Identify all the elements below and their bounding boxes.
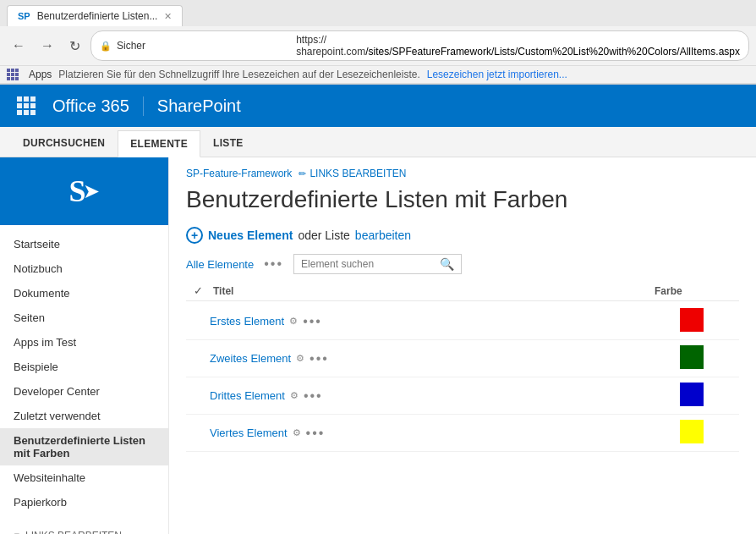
back-button[interactable]: ←: [7, 36, 30, 55]
sidebar-item-seiten[interactable]: Seiten: [0, 306, 168, 330]
import-bookmarks-link[interactable]: Lesezeichen jetzt importieren...: [427, 69, 567, 80]
sidebar-item-developer-center[interactable]: Developer Center: [0, 379, 168, 404]
sidebar-item-papierkorb[interactable]: Papierkorb: [0, 490, 168, 515]
tab-favicon: SP: [18, 11, 30, 21]
sidebar-item-beispiele[interactable]: Beispiele: [0, 355, 168, 379]
row-farbe-cell: [680, 345, 739, 372]
tab-title: Benutzerdefinierte Listen...: [37, 10, 158, 22]
bookmarks-hint-text: Platzieren Sie für den Schnellzugriff Ih…: [58, 69, 419, 80]
row-farbe-cell: [680, 420, 739, 446]
sidebar-item-apps-im-test[interactable]: Apps im Test: [0, 330, 168, 355]
row-title-link[interactable]: Erstes Element: [210, 315, 284, 328]
color-swatch-red: [680, 308, 704, 332]
browser-chrome: SP Benutzerdefinierte Listen... ✕ ← → ↻ …: [0, 0, 756, 85]
row-title-cell: Viertes Element ⚙ •••: [210, 426, 680, 441]
row-title-cell: Drittes Element ⚙ •••: [210, 388, 680, 404]
forward-button[interactable]: →: [36, 36, 59, 55]
sp-header: Office 365 SharePoint: [0, 85, 756, 127]
search-icon[interactable]: 🔍: [440, 257, 454, 271]
color-swatch-yellow: [680, 420, 704, 443]
row-context-menu-button[interactable]: •••: [303, 314, 328, 329]
edit-links-label: LINKS BEARBEITEN: [310, 168, 406, 179]
list-bearbeiten-link[interactable]: bearbeiten: [355, 228, 411, 242]
sidebar-item-benutzerdefinierte-listen[interactable]: Benutzerdefinierte Listen mit Farben: [0, 428, 168, 465]
sidebar-item-websiteinhalte[interactable]: Websiteinhalte: [0, 465, 168, 490]
sidebar-item-dokumente[interactable]: Dokumente: [0, 281, 168, 306]
edit-links-button[interactable]: ✏ LINKS BEARBEITEN: [299, 168, 406, 179]
browser-nav: ← → ↻ 🔒 Sicher https:// sharepoint.com/s…: [0, 26, 756, 66]
row-title-link[interactable]: Drittes Element: [210, 389, 285, 402]
check-column-header: ✓: [186, 284, 210, 297]
add-element-button[interactable]: +: [186, 227, 203, 244]
row-farbe-cell: [680, 308, 739, 334]
bookmarks-bar: Apps Platzieren Sie für den Schnellzugri…: [0, 66, 756, 84]
row-context-menu-button[interactable]: •••: [304, 388, 329, 404]
breadcrumb: SP-Feature-Framework ✏ LINKS BEARBEITEN: [186, 157, 739, 183]
row-context-menu-button[interactable]: •••: [310, 351, 335, 366]
row-settings-icon[interactable]: ⚙: [293, 427, 301, 438]
row-settings-icon[interactable]: ⚙: [289, 316, 298, 327]
sidebar: S ➤ Startseite Notizbuch Dokumente Seite…: [0, 157, 169, 534]
table-row: Viertes Element ⚙ •••: [186, 415, 739, 452]
apps-label: Apps: [29, 69, 52, 80]
row-settings-icon[interactable]: ⚙: [296, 353, 304, 364]
row-title-link[interactable]: Zweites Element: [210, 352, 291, 365]
farbe-column-header: Farbe: [655, 285, 739, 297]
search-input[interactable]: [301, 258, 436, 270]
sp-logo-area: S ➤: [0, 157, 168, 225]
tab-bar: SP Benutzerdefinierte Listen... ✕: [0, 0, 756, 26]
sidebar-nav: Startseite Notizbuch Dokumente Seiten Ap…: [0, 225, 168, 521]
tab-liste[interactable]: LISTE: [200, 129, 256, 157]
search-box: 🔍: [293, 254, 462, 274]
row-settings-icon[interactable]: ⚙: [290, 390, 299, 401]
view-options-button[interactable]: •••: [264, 256, 283, 272]
lock-icon: 🔒: [100, 41, 112, 52]
url-secure: Sicher: [117, 40, 291, 52]
address-bar[interactable]: 🔒 Sicher https:// sharepoint.com/sites/S…: [90, 30, 749, 61]
new-element-bar: + Neues Element oder Liste bearbeiten: [186, 227, 739, 244]
row-title-cell: Erstes Element ⚙ •••: [210, 314, 680, 329]
table-row: Zweites Element ⚙ •••: [186, 340, 739, 377]
sidebar-item-notizbuch[interactable]: Notizbuch: [0, 256, 168, 281]
oder-text: oder Liste: [298, 228, 349, 242]
table-row: Drittes Element ⚙ •••: [186, 377, 739, 415]
sidebar-edit-label: LINKS BEARBEITEN: [25, 530, 122, 534]
sp-logo: S ➤: [55, 162, 114, 221]
table-row: Erstes Element ⚙ •••: [186, 303, 739, 340]
reload-button[interactable]: ↻: [64, 36, 85, 56]
row-context-menu-button[interactable]: •••: [306, 426, 331, 441]
office-waffle-button[interactable]: [10, 90, 42, 122]
office-label[interactable]: Office 365: [49, 96, 144, 116]
page-title: Benutzerdefinierte Listen mit Farben: [186, 186, 739, 213]
pencil-icon: ✏: [14, 530, 22, 534]
tab-close-button[interactable]: ✕: [164, 11, 172, 22]
row-title-cell: Zweites Element ⚙ •••: [210, 351, 680, 366]
sidebar-item-zuletzt-verwendet[interactable]: Zuletzt verwendet: [0, 404, 168, 428]
title-column-header: Titel: [210, 285, 655, 297]
tab-durchsuchen[interactable]: DURCHSUCHEN: [10, 129, 118, 157]
tab-elemente[interactable]: ELEMENTE: [118, 130, 200, 157]
breadcrumb-link[interactable]: SP-Feature-Framework: [186, 168, 292, 179]
sidebar-item-startseite[interactable]: Startseite: [0, 232, 168, 256]
row-title-link[interactable]: Viertes Element: [210, 427, 288, 439]
view-bar: Alle Elemente ••• 🔍: [186, 254, 739, 274]
pencil-icon: ✏: [299, 168, 306, 179]
active-tab[interactable]: SP Benutzerdefinierte Listen... ✕: [7, 5, 183, 26]
color-swatch-blue: [680, 383, 704, 406]
list-header: ✓ Titel Farbe: [186, 281, 739, 301]
color-swatch-green: [680, 345, 704, 369]
sp-arrow-icon: ➤: [83, 179, 100, 203]
ribbon-tabs: DURCHSUCHEN ELEMENTE LISTE: [0, 127, 756, 157]
content-area: SP-Feature-Framework ✏ LINKS BEARBEITEN …: [169, 157, 756, 534]
main-area: S ➤ Startseite Notizbuch Dokumente Seite…: [0, 157, 756, 534]
view-name[interactable]: Alle Elemente: [186, 258, 254, 271]
url-domain: https:// sharepoint.com/sites/SPFeatureF…: [296, 34, 740, 58]
row-farbe-cell: [680, 383, 739, 409]
sidebar-edit-links[interactable]: ✏ LINKS BEARBEITEN: [0, 521, 168, 534]
sharepoint-label[interactable]: SharePoint: [157, 96, 241, 116]
new-element-label[interactable]: Neues Element: [208, 228, 293, 242]
apps-waffle-icon: [7, 69, 19, 80]
